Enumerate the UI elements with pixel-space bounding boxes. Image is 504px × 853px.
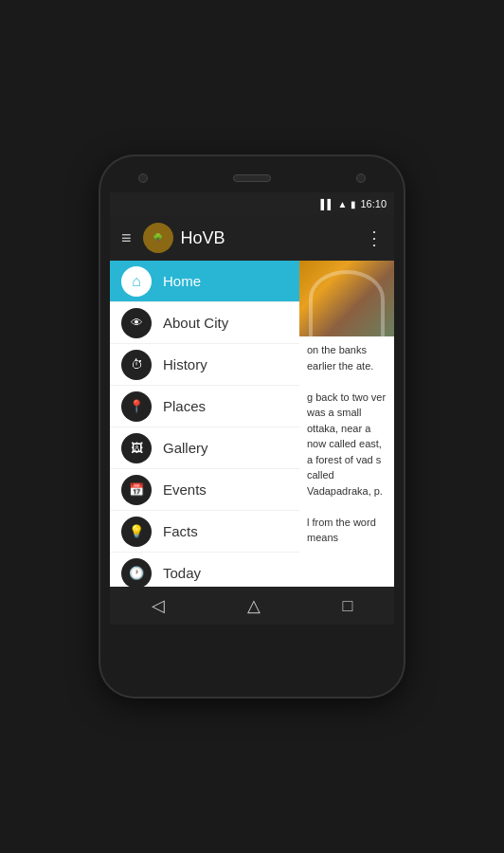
today-icon: 🕐 bbox=[121, 558, 152, 588]
toolbar: ≡ 🌳 HoVB ⋮ bbox=[110, 215, 394, 261]
events-icon: 📅 bbox=[121, 475, 152, 505]
facts-icon: 💡 bbox=[121, 517, 152, 547]
speaker bbox=[233, 174, 271, 182]
content-paragraph-1: on the banks earlier the ate. bbox=[307, 342, 387, 373]
bottom-navigation: ◁ △ □ bbox=[110, 587, 394, 625]
drawer-item-places[interactable]: 📍 Places bbox=[110, 386, 299, 427]
places-icon: 📍 bbox=[121, 391, 152, 422]
drawer-label-home: Home bbox=[163, 273, 201, 289]
arch-decoration bbox=[309, 270, 385, 336]
navigation-drawer: ⌂ Home 👁 About City ⏱ History 📍 Places 🖼 bbox=[110, 261, 299, 587]
drawer-item-history[interactable]: ⏱ History bbox=[110, 344, 299, 386]
menu-icon[interactable]: ≡ bbox=[117, 225, 135, 252]
hero-image bbox=[299, 261, 394, 336]
overflow-icon[interactable]: ⋮ bbox=[361, 223, 387, 253]
wifi-icon: ▲ bbox=[338, 199, 348, 209]
logo-tree: 🌳 bbox=[153, 233, 163, 243]
front-camera bbox=[138, 173, 148, 183]
phone-top bbox=[110, 173, 394, 192]
drawer-label-facts: Facts bbox=[163, 523, 198, 539]
page-content: on the banks earlier the ate. g back to … bbox=[299, 261, 394, 587]
drawer-label-today: Today bbox=[163, 565, 201, 581]
drawer-label-events: Events bbox=[163, 481, 207, 498]
home-button[interactable]: △ bbox=[232, 591, 276, 620]
drawer-item-about-city[interactable]: 👁 About City bbox=[110, 302, 299, 344]
signal-icon: ▌▌ bbox=[320, 199, 333, 209]
drawer-label-gallery: Gallery bbox=[163, 440, 208, 456]
drawer-label-history: History bbox=[163, 356, 207, 372]
app-title: HoVB bbox=[181, 228, 353, 248]
about-city-icon: 👁 bbox=[121, 308, 152, 338]
content-paragraph-3: l from the word means bbox=[307, 515, 387, 546]
back-button[interactable]: ◁ bbox=[136, 591, 180, 620]
battery-icon: ▮ bbox=[351, 199, 356, 209]
drawer-item-gallery[interactable]: 🖼 Gallery bbox=[110, 427, 299, 469]
main-area: ⌂ Home 👁 About City ⏱ History 📍 Places 🖼 bbox=[110, 261, 394, 587]
drawer-item-home[interactable]: ⌂ Home bbox=[110, 261, 299, 302]
time-display: 16:10 bbox=[360, 198, 387, 209]
app-logo: 🌳 bbox=[143, 223, 173, 253]
drawer-label-places: Places bbox=[163, 398, 206, 414]
recent-button[interactable]: □ bbox=[328, 592, 369, 620]
history-icon: ⏱ bbox=[121, 350, 152, 380]
content-text: on the banks earlier the ate. g back to … bbox=[299, 336, 394, 552]
drawer-item-today[interactable]: 🕐 Today bbox=[110, 553, 299, 587]
home-icon: ⌂ bbox=[121, 266, 152, 297]
gallery-icon: 🖼 bbox=[121, 433, 152, 463]
drawer-item-events[interactable]: 📅 Events bbox=[110, 469, 299, 511]
phone-frame: ▌▌ ▲ ▮ 16:10 ≡ 🌳 HoVB ⋮ ⌂ Home 👁 bbox=[100, 156, 404, 697]
drawer-label-about-city: About City bbox=[163, 315, 228, 331]
status-bar: ▌▌ ▲ ▮ 16:10 bbox=[110, 192, 394, 215]
screen: ▌▌ ▲ ▮ 16:10 ≡ 🌳 HoVB ⋮ ⌂ Home 👁 bbox=[110, 192, 394, 625]
content-paragraph-2: g back to two ver was a small ottaka, ne… bbox=[307, 390, 387, 499]
sensor bbox=[356, 173, 366, 183]
drawer-item-facts[interactable]: 💡 Facts bbox=[110, 511, 299, 553]
